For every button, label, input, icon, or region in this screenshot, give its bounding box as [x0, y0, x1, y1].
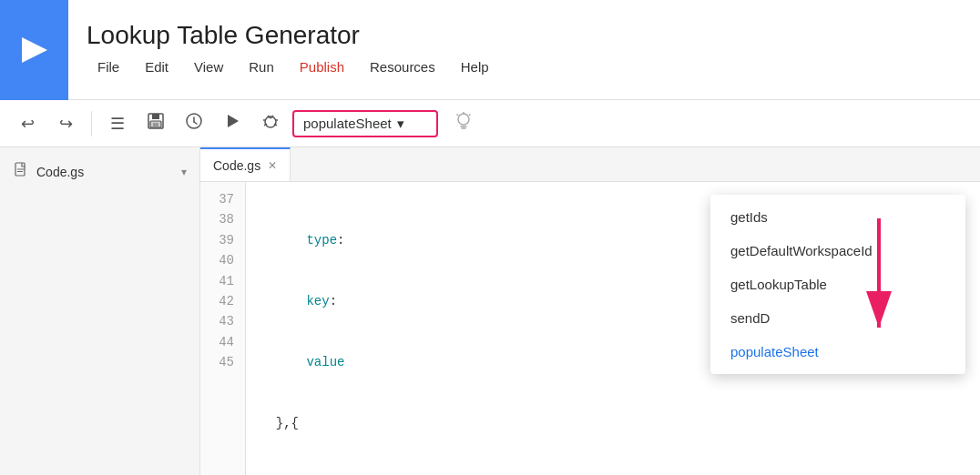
- svg-line-19: [469, 115, 471, 116]
- menu-bar: File Edit View Run Publish Resources Hel…: [87, 56, 980, 78]
- code-line-39: value: [260, 352, 344, 372]
- dropdown-item-label: getLookupTable: [730, 277, 827, 292]
- menu-item-edit[interactable]: Edit: [134, 56, 179, 78]
- debug-icon: [260, 111, 281, 136]
- format-icon: ☰: [110, 114, 125, 134]
- menu-item-view[interactable]: View: [183, 56, 234, 78]
- line-num-44: 44: [211, 332, 234, 352]
- undo-icon: ↩: [21, 114, 35, 134]
- app-logo: [0, 0, 68, 100]
- tab-codejs[interactable]: Code.gs ✕: [200, 147, 291, 181]
- dropdown-item-sendD[interactable]: sendD: [710, 301, 965, 335]
- line-num-37: 37: [211, 189, 234, 209]
- dropdown-arrow-icon: ▾: [397, 116, 427, 132]
- save-icon: [146, 111, 166, 136]
- dropdown-item-label: sendD: [730, 310, 770, 326]
- line-num-38: 38: [211, 209, 234, 229]
- function-selector[interactable]: populateSheet ▾: [292, 110, 438, 137]
- app-title: Lookup Table Generator: [87, 21, 980, 50]
- clock-button[interactable]: [178, 107, 210, 140]
- editor-area: Code.gs ✕ 37 38 39 40 41 42 43 44 45 typ…: [200, 147, 980, 475]
- undo-button[interactable]: ↩: [11, 107, 44, 140]
- menu-item-file[interactable]: File: [87, 56, 130, 78]
- line-num-42: 42: [211, 291, 234, 311]
- menu-item-help[interactable]: Help: [450, 56, 500, 78]
- line-num-41: 41: [211, 271, 234, 291]
- run-button[interactable]: [216, 107, 249, 140]
- debug-button[interactable]: [254, 107, 287, 140]
- code-line-38: key:: [260, 291, 344, 311]
- dropdown-item-label: getIds: [730, 209, 768, 225]
- svg-line-7: [194, 122, 197, 124]
- line-num-40: 40: [211, 250, 234, 270]
- bulb-icon: [453, 110, 475, 136]
- separator-1: [91, 111, 92, 136]
- menu-item-publish[interactable]: Publish: [289, 56, 355, 78]
- code-line-37: type:: [260, 230, 344, 250]
- sidebar-file-codejs[interactable]: Code.gs ▾: [0, 155, 199, 189]
- sidebar-chevron-icon: ▾: [181, 166, 187, 178]
- code-content: type: key: value },{ type: key: value }]…: [246, 182, 359, 475]
- function-dropdown: getIds getDefaultWorkspaceId getLookupTa…: [710, 195, 965, 374]
- line-num-43: 43: [211, 311, 234, 331]
- svg-point-16: [458, 114, 469, 125]
- dropdown-item-getIds[interactable]: getIds: [710, 200, 965, 234]
- line-num-45: 45: [211, 352, 234, 372]
- editor-tabs: Code.gs ✕: [200, 147, 980, 182]
- format-button[interactable]: ☰: [101, 107, 134, 140]
- main-content: Code.gs ▾ Code.gs ✕ 37 38 39 40 41 42 43…: [0, 147, 980, 475]
- bulb-button[interactable]: [447, 107, 480, 140]
- sidebar-file-name: Code.gs: [36, 165, 174, 179]
- tab-close-icon[interactable]: ✕: [268, 159, 277, 172]
- redo-icon: ↪: [59, 114, 73, 134]
- file-icon: [13, 162, 29, 182]
- clock-icon: [184, 111, 204, 136]
- dropdown-item-populateSheet[interactable]: populateSheet: [710, 335, 965, 369]
- dropdown-item-getLookupTable[interactable]: getLookupTable: [710, 268, 965, 301]
- function-name: populateSheet: [303, 116, 392, 131]
- dropdown-item-getDefaultWorkspaceId[interactable]: getDefaultWorkspaceId: [710, 234, 965, 268]
- svg-marker-0: [22, 37, 47, 63]
- code-line-40: },{: [260, 413, 344, 433]
- dropdown-item-label: populateSheet: [730, 344, 819, 359]
- svg-line-18: [457, 115, 459, 116]
- line-num-39: 39: [211, 230, 234, 250]
- save-button[interactable]: [139, 107, 172, 140]
- svg-rect-4: [153, 123, 158, 126]
- sidebar: Code.gs ▾: [0, 147, 200, 475]
- toolbar: ↩ ↪ ☰: [0, 100, 980, 147]
- run-icon: [222, 111, 242, 136]
- menu-item-resources[interactable]: Resources: [359, 56, 446, 78]
- redo-button[interactable]: ↪: [49, 107, 82, 140]
- svg-rect-2: [152, 114, 159, 119]
- dropdown-item-label: getDefaultWorkspaceId: [730, 243, 873, 258]
- tab-label: Code.gs: [213, 158, 260, 173]
- menu-item-run[interactable]: Run: [238, 56, 285, 78]
- line-numbers: 37 38 39 40 41 42 43 44 45: [200, 182, 246, 475]
- svg-marker-8: [228, 115, 239, 127]
